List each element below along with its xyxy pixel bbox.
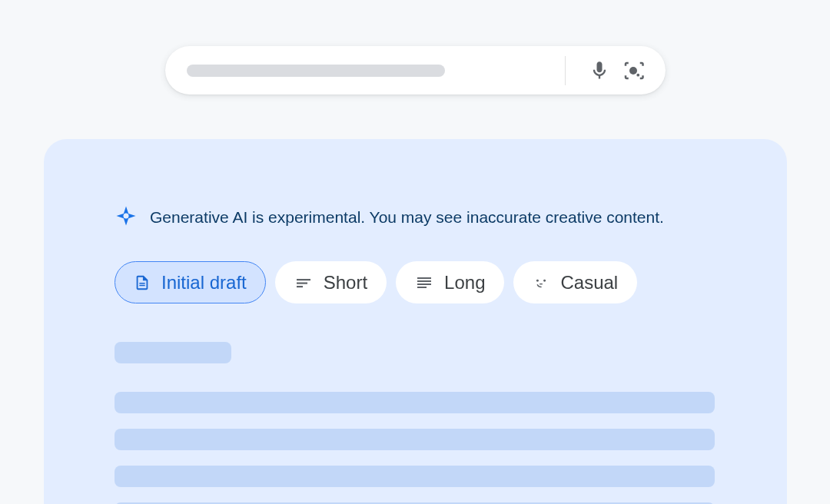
svg-rect-6 — [417, 277, 431, 279]
svg-point-2 — [124, 214, 129, 219]
divider — [565, 56, 566, 85]
chip-label: Casual — [560, 272, 618, 293]
skeleton-line — [115, 392, 715, 413]
chip-initial-draft[interactable]: Initial draft — [115, 261, 266, 303]
svg-point-1 — [636, 73, 639, 76]
disclaimer-row: Generative AI is experimental. You may s… — [115, 204, 716, 230]
document-icon — [134, 274, 151, 291]
svg-rect-3 — [297, 279, 310, 280]
svg-rect-12 — [540, 283, 543, 284]
short-text-icon — [294, 274, 313, 292]
chip-long[interactable]: Long — [396, 261, 504, 303]
skeleton-heading — [115, 342, 231, 363]
chip-casual[interactable]: Casual — [513, 261, 637, 303]
skeleton-line — [115, 466, 715, 487]
lens-icon[interactable] — [619, 57, 647, 85]
svg-rect-5 — [297, 286, 303, 287]
generative-ai-panel: Generative AI is experimental. You may s… — [44, 139, 787, 504]
disclaimer-text: Generative AI is experimental. You may s… — [150, 208, 664, 227]
mic-icon[interactable] — [586, 57, 613, 85]
chip-label: Short — [324, 272, 367, 293]
chips-row: Initial draft Short Long — [115, 261, 716, 303]
chip-short[interactable]: Short — [275, 261, 387, 303]
svg-rect-4 — [297, 282, 307, 284]
chip-label: Initial draft — [161, 272, 247, 293]
search-placeholder-skeleton — [187, 65, 445, 77]
svg-rect-9 — [417, 287, 427, 288]
svg-point-11 — [544, 279, 546, 281]
casual-face-icon — [533, 274, 549, 291]
sparkle-icon — [115, 204, 138, 230]
svg-rect-8 — [417, 284, 431, 285]
chip-label: Long — [444, 272, 485, 293]
svg-point-0 — [629, 67, 637, 75]
long-text-icon — [415, 274, 433, 292]
search-bar[interactable] — [165, 46, 666, 94]
svg-rect-7 — [417, 280, 431, 282]
skeleton-line — [115, 429, 715, 450]
svg-point-10 — [536, 279, 539, 281]
